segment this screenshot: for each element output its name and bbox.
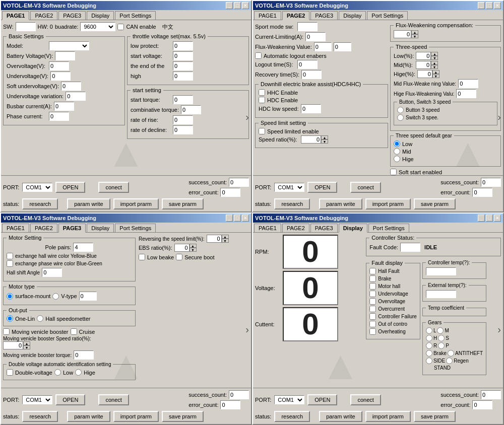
error-count-input-tl[interactable] — [220, 188, 240, 197]
start-voltage-input[interactable] — [173, 51, 193, 60]
arrow-right-tr[interactable]: › — [497, 111, 501, 122]
combinative-torque-input[interactable] — [181, 105, 201, 114]
param-write-btn-bl[interactable]: param write — [67, 411, 110, 422]
save-prarm-btn-tl[interactable]: save prarm — [162, 198, 204, 209]
flux-comp-input[interactable] — [394, 30, 411, 38]
mid-flux-input[interactable] — [458, 79, 478, 88]
arrow-right-bl[interactable]: › — [245, 323, 249, 335]
undervoltage-var-input[interactable] — [66, 92, 86, 101]
research-btn-tr[interactable]: research — [274, 198, 310, 209]
speed-limit-enable-check[interactable] — [259, 128, 265, 134]
flux-weak-input1[interactable] — [314, 42, 332, 51]
minimize-btn-top-right[interactable]: _ — [478, 2, 485, 9]
success-count-input-bl[interactable] — [229, 390, 249, 399]
port-select-br[interactable]: COM1 — [274, 395, 304, 404]
tab-page3-bottom-right[interactable]: PAGE3 — [310, 224, 338, 232]
overvoltage-input[interactable] — [49, 61, 69, 70]
current-limiting-input[interactable] — [305, 32, 326, 41]
r-gear-radio[interactable] — [426, 342, 432, 349]
battery-input[interactable] — [55, 51, 75, 60]
p-gear-radio[interactable] — [438, 342, 445, 349]
research-btn-bl[interactable]: research — [22, 411, 58, 422]
tab-portsettings-bottom-right[interactable]: Port Settings — [368, 224, 409, 232]
tab-page2-bottom-right[interactable]: PAGE2 — [282, 224, 309, 232]
ebs-down[interactable]: ▼ — [190, 248, 197, 252]
open-btn-br[interactable]: OPEN — [307, 394, 337, 405]
hige-flux-input[interactable] — [456, 89, 476, 98]
success-count-input-tl[interactable] — [229, 178, 249, 187]
minimize-btn-top-left[interactable]: _ — [226, 2, 233, 9]
tab-portsettings-bottom-left[interactable]: Port Settings — [115, 224, 156, 232]
maximize-btn-top-left[interactable]: □ — [234, 2, 241, 9]
hhc-enable-check[interactable] — [259, 89, 265, 96]
tab-page1-bottom-left[interactable]: PAGE1 — [2, 224, 29, 232]
low-up[interactable]: ▲ — [431, 52, 438, 56]
low-beake-check[interactable] — [139, 254, 145, 260]
hdc-lowest-input[interactable] — [301, 104, 321, 113]
param-write-btn-br[interactable]: param write — [319, 411, 362, 422]
open-btn-bl[interactable]: OPEN — [55, 394, 85, 405]
low-protect-input[interactable] — [173, 41, 193, 50]
v-type-input[interactable] — [79, 292, 97, 301]
tab-portsettings-top-right[interactable]: Port Settings — [367, 11, 408, 20]
hdc-enable-check[interactable] — [259, 97, 265, 103]
mid-down[interactable]: ▼ — [431, 65, 438, 69]
controller-failure-check[interactable] — [369, 313, 376, 320]
tab-portsettings-top-left[interactable]: Port Settings — [115, 11, 156, 20]
low-dv-radio[interactable] — [54, 369, 61, 376]
double-voltage-check[interactable] — [7, 369, 13, 376]
port-select-tl[interactable]: COM1 — [22, 183, 52, 192]
undervoltage-check[interactable] — [369, 291, 376, 297]
low-down[interactable]: ▼ — [431, 56, 438, 60]
exchange-hall-check[interactable] — [7, 253, 13, 259]
overcurrent-check[interactable] — [369, 306, 376, 312]
antitheft-radio[interactable] — [448, 350, 454, 357]
l-gear-radio[interactable] — [426, 327, 432, 334]
close-btn-bottom-right[interactable]: ✕ — [494, 215, 501, 222]
tab-page1-bottom-right[interactable]: PAGE1 — [254, 224, 281, 232]
param-write-btn-tl[interactable]: param write — [67, 198, 110, 209]
reversing-input[interactable] — [207, 235, 222, 243]
reversing-down[interactable]: ▼ — [222, 239, 229, 243]
fault-code-input[interactable] — [400, 243, 420, 252]
out-of-control-check[interactable] — [369, 321, 376, 327]
low-input[interactable] — [416, 52, 431, 60]
open-btn-tl[interactable]: OPEN — [55, 182, 85, 193]
success-count-input-tr[interactable] — [481, 178, 501, 187]
maximize-btn-top-right[interactable]: □ — [486, 2, 493, 9]
hige-input[interactable] — [417, 70, 432, 78]
error-count-input-bl[interactable] — [220, 400, 240, 409]
end-input[interactable] — [173, 61, 193, 70]
speed-ratio-down-bl[interactable]: ▼ — [23, 345, 30, 349]
tab-page2-bottom-left[interactable]: PAGE2 — [30, 224, 57, 232]
tab-page3-top-left[interactable]: PAGE3 — [58, 11, 86, 20]
close-btn-top-left[interactable]: ✕ — [242, 2, 249, 9]
spinbox-up[interactable]: ▲ — [321, 135, 328, 139]
maximize-btn-bottom-left[interactable]: □ — [234, 215, 241, 222]
undervoltage-input[interactable] — [50, 72, 71, 81]
low-gear-radio[interactable] — [394, 140, 400, 147]
maximize-btn-bottom-right[interactable]: □ — [486, 215, 493, 222]
research-btn-tl[interactable]: research — [22, 198, 58, 209]
hall-speedometer-radio[interactable] — [37, 315, 43, 322]
success-count-input-br[interactable] — [481, 390, 501, 399]
cruise-check[interactable] — [71, 328, 77, 335]
minimize-btn-bottom-right[interactable]: _ — [478, 215, 485, 222]
surface-mount-radio[interactable] — [7, 293, 13, 300]
switch3speed-radio[interactable] — [397, 114, 404, 121]
tab-display-top-right[interactable]: Display — [339, 11, 366, 20]
auto-logout-check[interactable] — [255, 52, 262, 59]
close-btn-top-right[interactable]: ✕ — [494, 2, 501, 9]
tab-display-bottom-right[interactable]: Display — [339, 224, 367, 233]
mid-gear-radio[interactable] — [394, 148, 400, 155]
speed-ratio-up-bl[interactable]: ▲ — [23, 341, 30, 345]
tab-page1-top-right[interactable]: PAGE1 — [254, 11, 281, 20]
tab-display-bottom-left[interactable]: Display — [87, 224, 114, 232]
buadrate-select[interactable]: 9600 — [80, 22, 115, 31]
hall-shift-input[interactable] — [42, 268, 62, 277]
tab-page2-top-left[interactable]: PAGE2 — [30, 11, 57, 20]
exchange-phase-check[interactable] — [7, 260, 13, 267]
conect-btn-tl[interactable]: conect — [98, 182, 129, 193]
secure-boot-check[interactable] — [176, 254, 182, 260]
sport-mode-input[interactable] — [297, 22, 318, 31]
